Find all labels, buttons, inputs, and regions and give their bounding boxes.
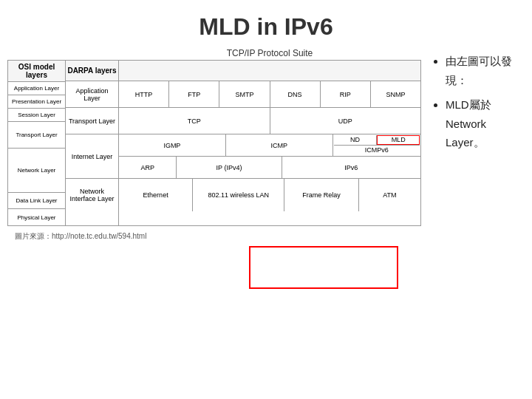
- smtp-label: SMTP: [219, 81, 270, 107]
- net-subrow1: IGMP ICMP ND MLD ICMPv6: [119, 134, 420, 157]
- app-protocol-row: HTTP FTP SMTP DNS RIP SNMP: [119, 81, 420, 108]
- bullet2: MLD屬於 Network Layer。: [446, 95, 521, 152]
- network-inner: IGMP ICMP ND MLD ICMPv6: [119, 134, 420, 178]
- ethernet-label: Ethernet: [119, 179, 193, 211]
- nd-mld-icmpv6-label: ND MLD ICMPv6: [333, 134, 420, 156]
- wireless-lan-label: 802.11 wireless LAN: [193, 179, 284, 211]
- icmpv6-label: ICMPv6: [334, 146, 420, 156]
- diagram-table: OSI model layers Application Layer Prese…: [7, 60, 421, 226]
- dns-label: DNS: [270, 81, 321, 107]
- http-label: HTTP: [119, 81, 169, 107]
- frame-relay-label: Frame Relay: [284, 179, 358, 211]
- igmp-label: IGMP: [119, 134, 226, 156]
- rip-label: RIP: [321, 81, 371, 107]
- page-title: MLD in IPv6: [0, 0, 532, 48]
- protocols-header: [119, 61, 420, 81]
- darpa-netinterface: Network Interface Layer: [66, 179, 118, 211]
- udp-label: UDP: [270, 108, 421, 134]
- tcpip-label: TCP/IP Protocol Suite: [118, 48, 421, 58]
- right-text-area: 由左圖可以發現： MLD屬於 Network Layer。: [429, 48, 525, 245]
- osi-datalink-layer: Data Link Layer: [8, 193, 65, 209]
- darpa-transport: Transport Layer: [66, 108, 118, 134]
- mld-highlight-box: [249, 246, 398, 289]
- ipv6-label: IPv6: [282, 157, 420, 178]
- atm-label: ATM: [359, 179, 420, 211]
- icmp-label: ICMP: [226, 134, 333, 156]
- osi-application-layer: Application Layer: [8, 82, 65, 95]
- tcp-label: TCP: [119, 108, 270, 134]
- mld-label: MLD: [377, 135, 420, 145]
- bullet1: 由左圖可以發現：: [446, 52, 521, 89]
- darpa-internet: Internet Layer: [66, 134, 118, 179]
- osi-physical-layer: Physical Layer: [8, 209, 65, 225]
- ftp-label: FTP: [169, 81, 219, 107]
- diagram-area: TCP/IP Protocol Suite OSI model layers A…: [7, 48, 421, 245]
- osi-presentation-layer: Presentation Layer: [8, 95, 65, 109]
- osi-column: OSI model layers Application Layer Prese…: [8, 61, 66, 225]
- osi-session-layer: Session Layer: [8, 109, 65, 122]
- source-footer: 圖片來源：http://note.tc.edu.tw/594.html: [7, 228, 421, 245]
- main-area: TCP/IP Protocol Suite OSI model layers A…: [0, 48, 532, 245]
- arp-label: ARP: [119, 157, 177, 178]
- osi-header: OSI model layers: [8, 61, 65, 82]
- network-protocol-row: IGMP ICMP ND MLD ICMPv6: [119, 134, 420, 179]
- darpa-header: DARPA layers: [66, 61, 118, 81]
- ipv4-label: IP (IPv4): [177, 157, 282, 178]
- protocols-column: HTTP FTP SMTP DNS RIP SNMP TCP UDP: [119, 61, 420, 225]
- transport-protocol-row: TCP UDP: [119, 108, 420, 134]
- darpa-column: DARPA layers Application Layer Transport…: [66, 61, 119, 225]
- net-subrow2: ARP IP (IPv4) IPv6: [119, 157, 420, 178]
- darpa-application: Application Layer: [66, 81, 118, 108]
- snmp-label: SNMP: [371, 81, 420, 107]
- osi-transport-layer: Transport Layer: [8, 122, 65, 149]
- osi-network-layer: Network Layer: [8, 149, 65, 193]
- nd-label: ND: [334, 135, 378, 145]
- link-protocol-row: Ethernet 802.11 wireless LAN Frame Relay…: [119, 179, 420, 211]
